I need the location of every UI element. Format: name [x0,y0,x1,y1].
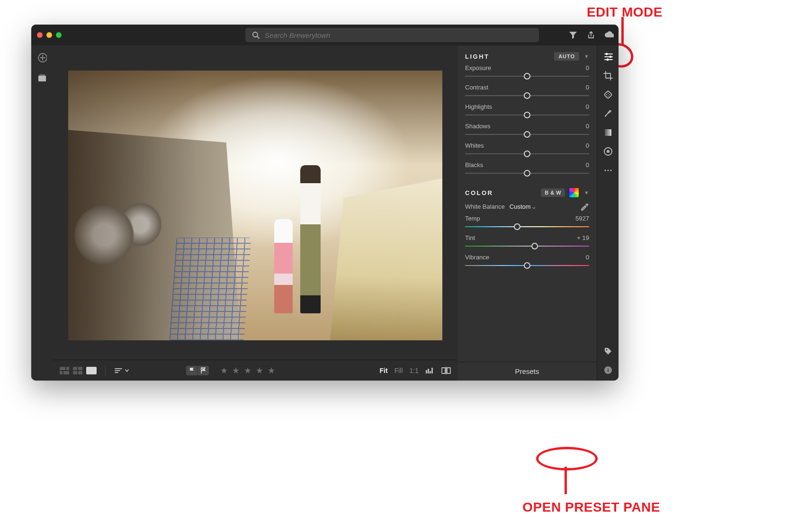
annotation-line [565,467,567,494]
edit-panel-scroll[interactable]: LIGHT AUTO ▼ Exposure0Contrast0Highlight… [457,45,597,362]
color-mixer-icon[interactable] [569,187,579,198]
more-icon[interactable] [603,166,613,175]
svg-point-26 [606,349,607,351]
slider-track[interactable] [465,131,589,138]
minimize-window-button[interactable] [46,32,52,38]
divider [105,365,106,376]
slider-thumb[interactable] [531,243,538,249]
slider-tint[interactable]: Tint+ 19 [465,234,589,250]
slider-vibrance[interactable]: Vibrance0 [465,254,589,269]
annotation-circle-presets [536,447,598,470]
svg-point-22 [607,150,610,153]
right-toolstrip: i [597,45,619,381]
photo-region [300,165,321,314]
svg-rect-7 [430,371,431,373]
crop-icon[interactable] [603,71,613,80]
slider-track[interactable] [465,169,589,177]
auto-button[interactable]: AUTO [554,52,579,61]
slider-track[interactable] [465,72,589,80]
bw-button[interactable]: B & W [541,188,565,197]
bottom-toolbar: ★ ★ ★ ★ ★ Fit Fill 1:1 [53,360,457,381]
rating-stars[interactable]: ★ ★ ★ ★ ★ [220,365,276,376]
search-input[interactable] [265,31,533,39]
healing-brush-icon[interactable] [603,90,613,99]
zoom-fit-button[interactable]: Fit [380,367,388,374]
zoom-1to1-button[interactable]: 1:1 [410,367,419,374]
slider-thumb[interactable] [524,131,530,138]
slider-track[interactable] [465,262,589,269]
svg-rect-5 [426,370,427,373]
slider-thumb[interactable] [524,92,530,99]
svg-point-13 [609,56,611,58]
slider-thumb[interactable] [524,73,530,80]
slider-track[interactable] [465,111,589,119]
white-balance-value[interactable]: Custom ⌵ [510,203,536,210]
color-title: COLOR [465,189,493,196]
top-actions [568,30,614,40]
photo-canvas[interactable] [53,45,457,360]
zoom-group: Fit Fill 1:1 [380,366,451,375]
slider-thumb[interactable] [524,112,530,118]
slider-whites[interactable]: Whites0 [465,142,589,158]
slider-contrast[interactable]: Contrast0 [465,84,589,99]
zoom-fill-button[interactable]: Fill [395,367,403,374]
sort-button[interactable] [114,367,129,374]
zoom-window-button[interactable] [56,32,62,38]
view-grid-button[interactable] [73,367,83,374]
view-photowall-button[interactable] [60,367,70,374]
tag-icon[interactable] [603,346,613,356]
histogram-icon[interactable] [425,366,435,375]
photo-preview [68,71,442,340]
cloud-icon[interactable] [604,30,614,40]
light-section-header[interactable]: LIGHT AUTO ▼ [465,52,589,61]
presets-button[interactable]: Presets [457,362,597,381]
photo-region [274,219,293,314]
share-icon[interactable] [586,30,596,40]
slider-blacks[interactable]: Blacks0 [465,161,589,177]
add-photos-icon[interactable] [37,53,47,62]
slider-label: Whites [465,142,484,149]
flag-reject-button[interactable] [197,366,209,375]
photo-region [68,130,248,340]
view-single-button[interactable] [86,367,97,374]
slider-temp[interactable]: Temp5927 [465,215,589,231]
filter-icon[interactable] [568,30,578,40]
svg-point-12 [605,53,608,55]
slider-track[interactable] [465,242,589,250]
brush-icon[interactable] [603,109,613,118]
slider-value: 5927 [575,215,589,222]
slider-thumb[interactable] [524,262,530,269]
slider-exposure[interactable]: Exposure0 [465,64,589,80]
svg-line-1 [257,36,259,38]
svg-text:i: i [607,367,609,373]
slider-shadows[interactable]: Shadows0 [465,123,589,138]
info-icon[interactable]: i [603,365,613,375]
color-section-header[interactable]: COLOR B & W ▼ [465,187,589,198]
compare-icon[interactable] [441,366,451,375]
close-window-button[interactable] [37,32,43,38]
flag-pick-button[interactable] [186,366,197,375]
search-box[interactable] [245,28,539,42]
library-icon[interactable] [37,73,47,82]
chevron-down-icon[interactable]: ▼ [584,190,589,195]
view-mode-group [60,367,97,374]
chevron-down-icon[interactable]: ▼ [584,53,589,59]
slider-highlights[interactable]: Highlights0 [465,103,589,119]
eyedropper-icon[interactable] [580,202,589,211]
slider-thumb[interactable] [524,170,530,177]
slider-track[interactable] [465,92,589,99]
linear-gradient-icon[interactable] [603,128,613,137]
slider-track[interactable] [465,223,589,231]
slider-value: 0 [586,84,589,91]
slider-track[interactable] [465,150,589,158]
edit-sliders-icon[interactable] [603,52,613,62]
svg-point-23 [604,169,606,171]
svg-rect-20 [605,129,611,136]
radial-gradient-icon[interactable] [603,147,613,156]
slider-label: Shadows [465,123,490,130]
slider-thumb[interactable] [524,151,530,157]
annotation-edit-mode: EDIT MODE [587,5,663,20]
slider-label: Contrast [465,84,488,91]
slider-label: Exposure [465,64,491,71]
slider-thumb[interactable] [514,223,520,230]
